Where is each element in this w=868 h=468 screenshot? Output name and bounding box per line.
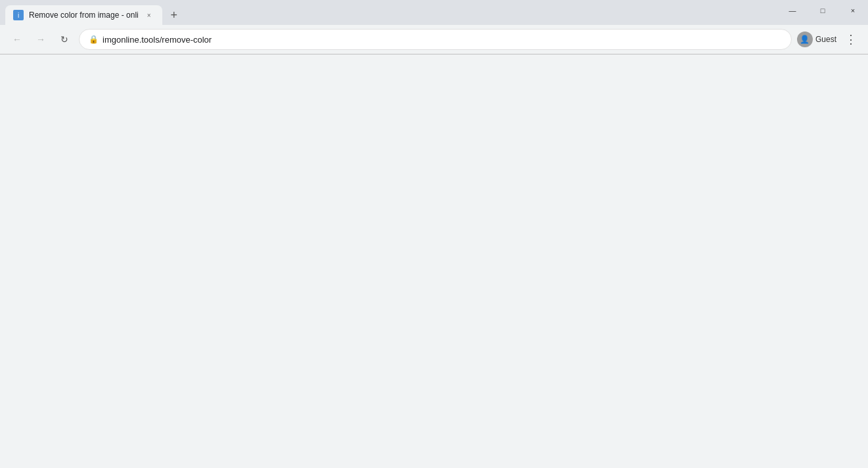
refresh-button[interactable]: ↻ — [55, 30, 74, 49]
forward-button[interactable]: → — [32, 30, 50, 49]
browser-tab[interactable]: i Remove color from image - onli × — [5, 5, 162, 25]
profile-button[interactable]: 👤 Guest — [797, 32, 836, 47]
maximize-button[interactable]: □ — [808, 0, 838, 21]
lock-icon: 🔒 — [89, 35, 99, 44]
address-bar[interactable]: 🔒 imgonline.tools/remove-color — [79, 29, 792, 50]
close-button[interactable]: × — [838, 0, 868, 21]
tab-title: Remove color from image - onli — [29, 11, 139, 20]
url-text: imgonline.tools/remove-color — [103, 35, 212, 45]
tab-close-icon[interactable]: × — [144, 10, 154, 20]
browser-menu-button[interactable]: ⋮ — [842, 30, 860, 49]
profile-label: Guest — [815, 35, 836, 44]
minimize-button[interactable]: — — [777, 0, 808, 21]
profile-icon: 👤 — [797, 32, 813, 47]
back-button[interactable]: ← — [8, 30, 26, 49]
new-tab-button[interactable]: + — [165, 6, 183, 24]
tab-favicon: i — [13, 10, 24, 20]
